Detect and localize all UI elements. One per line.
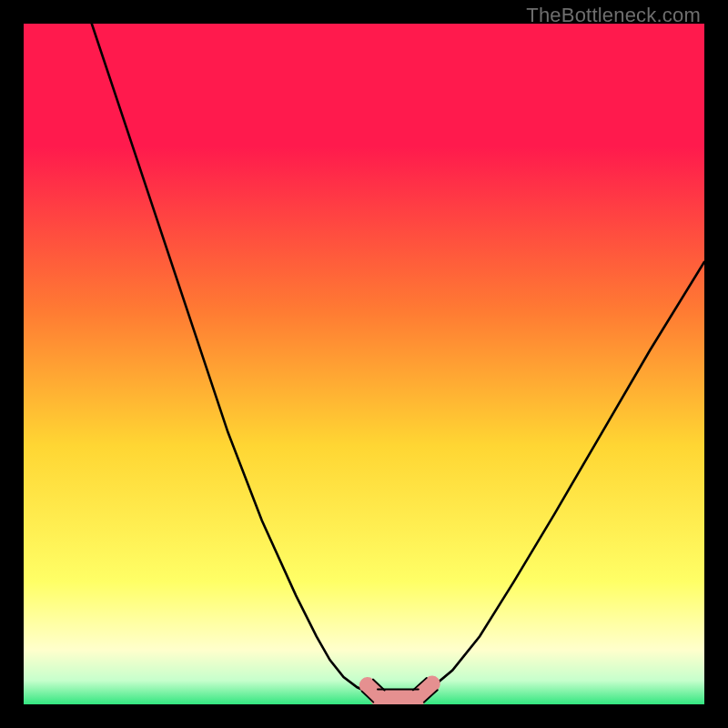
curve-right bbox=[419, 262, 704, 694]
plot-area bbox=[24, 24, 704, 704]
chart-svg bbox=[24, 24, 704, 704]
marker-group bbox=[362, 678, 438, 704]
marker-capsule bbox=[419, 684, 432, 696]
outer-frame: TheBottleneck.com bbox=[0, 0, 728, 728]
curve-left bbox=[92, 24, 378, 694]
curve-group bbox=[92, 24, 704, 695]
